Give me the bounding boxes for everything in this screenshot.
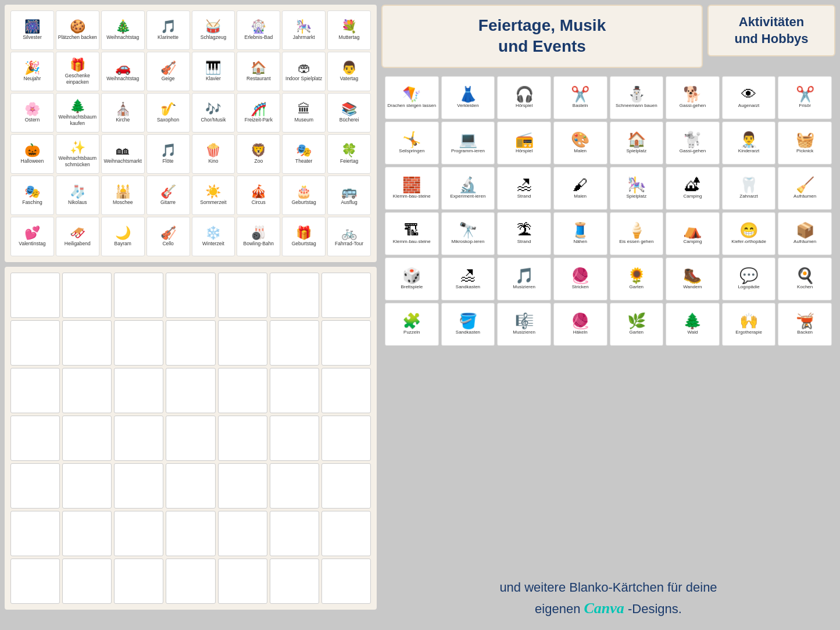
card-label: Jahrmarkt xyxy=(293,34,315,40)
holiday-music-grid: 🎆Silvester🍪Plätzchen backen🎄Weihnachtsta… xyxy=(5,5,377,262)
card-label: Halloween xyxy=(21,158,44,164)
card-label: Schlagzeug xyxy=(201,34,226,40)
left-card: 🎆Silvester xyxy=(10,10,54,50)
act-label: Stricken xyxy=(572,284,589,290)
blank-card xyxy=(321,416,371,461)
blank-card xyxy=(166,273,215,318)
activity-card: 📦Aufräumen xyxy=(778,212,832,255)
blank-card xyxy=(62,559,112,604)
left-card: 🕌Moschee xyxy=(101,176,145,215)
card-icon: 💐 xyxy=(341,20,357,33)
blank-card xyxy=(321,368,371,413)
activity-card: 🌿Garten xyxy=(610,303,664,346)
left-card: 🎵Klarinette xyxy=(146,10,190,50)
left-card: 💐Muttertag xyxy=(327,10,371,50)
activity-card: 🌻Garten xyxy=(610,257,664,300)
act-label: Sandkasten xyxy=(456,330,480,335)
act-icon: 📻 xyxy=(515,132,534,147)
card-icon: 🎵 xyxy=(160,20,176,33)
activity-card: 👨‍⚕️Kinderarzt xyxy=(722,121,776,164)
blank-card xyxy=(10,273,60,318)
left-card: 🌲Weihnachtsbaum kaufen xyxy=(56,93,99,133)
activity-card: 🧶Häkeln xyxy=(553,303,607,346)
card-icon: 🎻 xyxy=(160,227,176,239)
act-icon: 🧵 xyxy=(571,223,589,238)
left-card: 🧦Nikolaus xyxy=(56,176,99,215)
act-label: Zahnarzt xyxy=(739,194,758,199)
act-label: Hörspiel xyxy=(516,148,532,154)
card-icon: 🎂 xyxy=(296,185,312,198)
left-card: ✨Weihnachtsbaum schmücken xyxy=(56,134,99,174)
act-icon: 🪁 xyxy=(402,87,421,102)
act-label: Musizieren xyxy=(513,330,535,335)
act-label: Garten xyxy=(630,284,644,290)
act-icon: ⛺ xyxy=(683,223,702,238)
act-icon: 🧶 xyxy=(571,268,589,283)
card-icon: ⛪ xyxy=(115,103,131,116)
activity-card: 🏕Camping xyxy=(666,167,720,210)
card-icon: 🎄 xyxy=(115,20,131,33)
card-label: Bayram xyxy=(115,241,131,246)
act-label: Klemm-bau-steine xyxy=(393,194,431,199)
activity-card: 💬Logopädie xyxy=(722,257,776,300)
card-label: Fasching xyxy=(22,199,42,205)
act-label: Camping xyxy=(683,239,702,245)
act-label: Kinderarzt xyxy=(738,148,759,154)
act-icon: 🌿 xyxy=(627,313,646,328)
card-icon: 🎹 xyxy=(205,62,221,74)
left-card: 🎂Geburtstag xyxy=(282,176,326,215)
card-icon: 💕 xyxy=(24,227,40,239)
card-icon: 🚗 xyxy=(115,62,131,74)
activity-card: 📻Hörspiel xyxy=(497,121,551,164)
blank-card xyxy=(218,368,267,413)
act-label: Hörspiel xyxy=(516,103,532,109)
activity-card: 🪁Drachen steigen lassen xyxy=(385,76,439,119)
activity-card: 🎧Hörspiel xyxy=(497,76,551,119)
card-label: Flöte xyxy=(163,158,174,164)
activity-card: 🧱Klemm-bau-steine xyxy=(385,167,439,210)
left-card: 🥁Schlagzeug xyxy=(192,10,235,50)
card-label: Silvester xyxy=(23,34,42,40)
blank-card xyxy=(10,368,60,413)
card-label: Cello xyxy=(162,241,173,246)
left-card: 🍀Feiertag xyxy=(327,134,371,174)
blank-grid xyxy=(10,273,371,604)
activity-card: 💻Programm-ieren xyxy=(441,121,495,164)
bottom-line3-text: -Designs. xyxy=(628,602,682,616)
left-card: 🎃Halloween xyxy=(10,134,54,174)
act-label: Nähen xyxy=(573,239,587,245)
activity-card: 🧶Stricken xyxy=(553,257,607,300)
activity-card: 🏝Strand xyxy=(497,212,551,255)
right-column: Feiertage, Musikund Events Aktivitätenun… xyxy=(381,5,835,625)
activity-card: ⛄Schneemann bauen xyxy=(610,76,664,119)
activity-card: 🪣Sandkasten xyxy=(441,303,495,346)
left-card: 🏘Weihnachtsmarkt xyxy=(101,134,145,174)
left-card: 🎁Geschenke einpacken xyxy=(56,52,99,91)
card-label: Heiligabend xyxy=(65,241,91,246)
left-card: 🎶Chor/Musik xyxy=(192,93,235,133)
blank-card xyxy=(62,368,112,413)
left-card: 🏛Museum xyxy=(282,93,326,133)
card-icon: 🧦 xyxy=(70,185,85,198)
card-label: Valentinstag xyxy=(19,241,45,246)
bottom-line2-text: eigenen xyxy=(535,602,580,616)
blank-card xyxy=(270,559,319,604)
activities-grid-container: 🪁Drachen steigen lassen👗Verkleiden🎧Hörsp… xyxy=(381,73,835,567)
act-icon: ⛄ xyxy=(627,87,646,102)
activity-card: 🤸Seilspringen xyxy=(385,121,439,164)
act-icon: 🎨 xyxy=(571,132,589,147)
act-label: Spielplatz xyxy=(626,194,646,199)
act-icon: 🪣 xyxy=(459,313,477,328)
left-card: 🎭Fasching xyxy=(10,176,54,215)
activity-card: 🔭Mikroskop-ieren xyxy=(441,212,495,255)
card-label: Geburtstag xyxy=(292,199,316,205)
act-icon: ✂️ xyxy=(796,87,814,102)
card-label: Ausflug xyxy=(341,199,357,205)
card-label: Vatertag xyxy=(340,76,359,81)
left-card: 🚲Fahrrad-Tour xyxy=(327,217,371,256)
card-label: Gitarre xyxy=(160,199,176,205)
card-icon: 🎭 xyxy=(296,144,312,157)
act-icon: 🧱 xyxy=(402,177,421,192)
card-icon: 🌲 xyxy=(70,100,85,113)
left-card: ❄️Winterzeit xyxy=(192,217,235,256)
